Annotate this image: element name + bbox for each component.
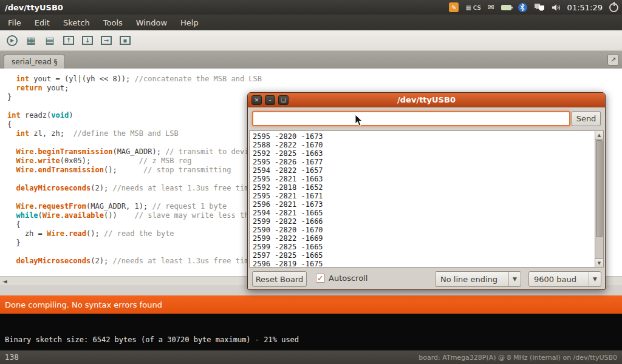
autoscroll-label: Autoscroll: [329, 274, 367, 283]
serial-line: 2599 -2822 -1666: [253, 217, 595, 226]
serial-line: 2595 -2821 -1663: [253, 175, 595, 183]
compile-status-bar: Done compiling. No syntax errors found: [0, 295, 622, 314]
reset-board-button[interactable]: Reset Board: [252, 271, 307, 287]
line-ending-dropdown[interactable]: No line ending ▼: [435, 271, 521, 287]
menu-file[interactable]: File: [2, 16, 27, 30]
mail-icon[interactable]: ✉: [488, 2, 494, 12]
keyboard-indicator[interactable]: ▦ cs: [465, 3, 480, 12]
serial-titlebar[interactable]: ✕ – ❏ /dev/ttyUSB0: [248, 93, 605, 107]
autoscroll-checkbox[interactable]: ✓: [316, 274, 325, 283]
code-line: return yout;: [7, 84, 622, 93]
code-line: int yout = (yl|(yh << 8)); //concatenate…: [7, 75, 622, 84]
serial-line: 2594 -2821 -1665: [253, 209, 595, 217]
serial-scrollbar[interactable]: ▲ ▼: [595, 130, 604, 268]
scroll-left-arrow-icon[interactable]: ◄: [0, 278, 7, 285]
line-number-indicator: 138: [0, 353, 19, 362]
battery-icon[interactable]: [501, 5, 511, 10]
volume-icon[interactable]: [552, 4, 561, 12]
chevron-down-icon[interactable]: ▼: [508, 272, 521, 286]
maximize-button[interactable]: ❏: [278, 95, 289, 105]
menu-help[interactable]: Help: [175, 16, 204, 30]
serial-line: 2596 -2819 -1675: [253, 260, 595, 268]
autoscroll-control[interactable]: ✓ Autoscroll: [316, 274, 367, 283]
screen: /dev/ttyUSB0 ✎ ▦ cs ✉ 01:51:29 File Edit: [0, 0, 622, 364]
compile-status-message: Done compiling. No syntax errors found: [0, 300, 162, 309]
tab-serial-read[interactable]: serial_read §: [4, 55, 65, 69]
status-footer: 138 board: ATmega328P(A) @ 8 MHz (intern…: [0, 350, 622, 364]
mouse-cursor: [355, 114, 363, 127]
verify-icon: ▶: [7, 35, 18, 46]
serial-line: 2594 -2822 -1657: [253, 166, 595, 175]
bluetooth-icon[interactable]: [518, 3, 527, 12]
stop-button[interactable]: ▦: [24, 33, 38, 48]
open-icon: ↑: [63, 36, 74, 45]
close-button[interactable]: ✕: [251, 95, 262, 105]
line-ending-value: No line ending: [436, 275, 508, 284]
new-sketch-button[interactable]: ▤: [43, 33, 57, 48]
baud-rate-value: 9600 baud: [529, 275, 589, 284]
serial-line: 2595 -2821 -1671: [253, 192, 595, 200]
network-icon[interactable]: [534, 3, 545, 12]
save-button[interactable]: ↓: [80, 33, 95, 48]
notes-icon[interactable]: ✎: [449, 2, 459, 12]
verify-button[interactable]: ▶: [5, 33, 19, 48]
menu-tools[interactable]: Tools: [98, 16, 128, 30]
serial-line: 2599 -2825 -1665: [253, 243, 595, 251]
build-console: Binary sketch size: 6542 bytes (of a 307…: [0, 314, 622, 350]
serial-line: 2595 -2826 -1677: [253, 158, 595, 166]
keyboard-icon: ▦: [465, 4, 471, 11]
open-button[interactable]: ↑: [61, 33, 76, 48]
session-power-icon[interactable]: [609, 3, 618, 12]
top-panel: /dev/ttyUSB0 ✎ ▦ cs ✉ 01:51:29: [0, 0, 622, 15]
serial-controls: Reset Board ✓ Autoscroll No line ending …: [248, 269, 605, 290]
system-tray: ✎ ▦ cs ✉ 01:51:29: [449, 2, 622, 12]
serial-window-title: /dev/ttyUSB0: [248, 95, 605, 104]
scroll-up-icon[interactable]: ▲: [595, 131, 603, 140]
upload-button[interactable]: →: [99, 33, 114, 48]
serial-line: 2596 -2821 -1673: [253, 200, 595, 209]
toolbar: ▶ ▦ ▤ ↑ ↓ → ▪: [0, 30, 622, 51]
scroll-thumb[interactable]: [596, 140, 603, 237]
serial-line: 2599 -2822 -1669: [253, 234, 595, 243]
serial-body: Send 2595 -2820 -16732588 -2822 -1670259…: [248, 107, 605, 290]
baud-rate-dropdown[interactable]: 9600 baud ▼: [528, 271, 601, 287]
menu-bar: File Edit Sketch Tools Window Help: [0, 15, 622, 30]
serial-line: 2590 -2820 -1670: [253, 226, 595, 234]
menu-edit[interactable]: Edit: [29, 16, 55, 30]
minimize-button[interactable]: –: [265, 95, 275, 105]
serial-line: 2592 -2825 -1663: [253, 149, 595, 158]
serial-output[interactable]: 2595 -2820 -16732588 -2822 -16702592 -28…: [249, 130, 595, 268]
upload-icon: →: [101, 36, 112, 45]
console-output: Binary sketch size: 6542 bytes (of a 307…: [0, 314, 622, 344]
menu-sketch[interactable]: Sketch: [58, 16, 95, 30]
serial-monitor-icon: ▪: [120, 36, 131, 45]
stop-icon: ▦: [26, 36, 35, 46]
tab-menu-icon: ↗: [610, 56, 616, 64]
save-icon: ↓: [82, 36, 93, 45]
serial-monitor-window: ✕ – ❏ /dev/ttyUSB0 Send 2595 -2820 -1673…: [247, 92, 606, 290]
serial-line: 2588 -2822 -1670: [253, 141, 595, 149]
serial-monitor-button[interactable]: ▪: [118, 33, 132, 48]
board-info: board: ATmega328P(A) @ 8 MHz (internal) …: [419, 354, 622, 362]
chevron-down-icon[interactable]: ▼: [589, 272, 601, 286]
serial-line: 2597 -2825 -1665: [253, 251, 595, 260]
window-controls: ✕ – ❏: [248, 95, 289, 105]
keyboard-layout-label: cs: [473, 3, 481, 12]
menu-window[interactable]: Window: [131, 16, 173, 30]
serial-send-input[interactable]: [252, 111, 570, 126]
tab-label: serial_read §: [12, 58, 57, 66]
serial-line: 2595 -2820 -1673: [253, 132, 595, 141]
scroll-down-icon[interactable]: ▼: [595, 258, 603, 267]
serial-line: 2592 -2818 -1652: [253, 183, 595, 192]
clock[interactable]: 01:51:29: [567, 3, 603, 12]
new-file-icon: ▤: [45, 36, 54, 46]
send-button[interactable]: Send: [572, 111, 601, 126]
tab-bar: serial_read § ↗: [0, 51, 622, 69]
panel-window-title: /dev/ttyUSB0: [0, 3, 63, 12]
tab-menu-button[interactable]: ↗: [607, 54, 619, 66]
